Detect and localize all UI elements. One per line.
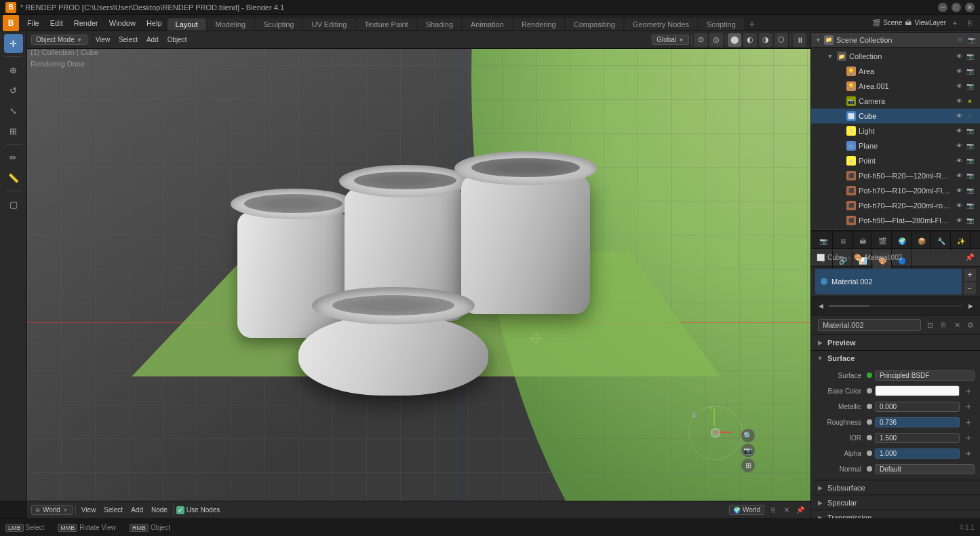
- tab-shading[interactable]: Shading: [418, 18, 461, 31]
- use-nodes-toggle[interactable]: ✓ Use Nodes: [176, 506, 220, 514]
- material-copy-icon[interactable]: ⎘: [937, 319, 949, 331]
- viewport-overlays-button[interactable]: ⊙: [694, 33, 707, 47]
- collection-render-icon[interactable]: 📷: [965, 52, 975, 61]
- plane-render-icon[interactable]: 📷: [965, 141, 975, 151]
- prop-tab-modifier[interactable]: 🔧: [932, 231, 951, 250]
- pause-render-button[interactable]: ⏸: [793, 33, 806, 47]
- pot3-visibility-icon[interactable]: 👁: [954, 201, 964, 210]
- use-nodes-checkbox[interactable]: ✓: [176, 506, 184, 514]
- scene-copy-icon[interactable]: ⎘: [964, 17, 976, 29]
- prop-tab-particles[interactable]: ✨: [952, 231, 971, 250]
- tab-animation[interactable]: Animation: [463, 18, 512, 31]
- collection-visibility-icon[interactable]: 👁: [954, 52, 964, 61]
- outliner-item-collection[interactable]: ▼ 📁 Collection 👁 📷: [811, 49, 980, 64]
- tab-compositing[interactable]: Compositing: [566, 18, 623, 31]
- outliner-item-area001[interactable]: 💡 Area.001 👁 📷: [811, 79, 980, 94]
- cube-check-icon[interactable]: ✓: [965, 111, 975, 121]
- prop-tab-scene[interactable]: 🎬: [873, 231, 892, 250]
- prop-tab-output[interactable]: 🖥: [834, 231, 852, 250]
- light-render-icon[interactable]: 📷: [965, 126, 975, 136]
- bottom-delete-icon[interactable]: ✕: [781, 504, 793, 516]
- add-cube-tool[interactable]: ▢: [4, 195, 23, 214]
- orthogonal-button[interactable]: ⊞: [741, 459, 755, 472]
- menu-render[interactable]: Render: [68, 18, 104, 28]
- material-delete-icon[interactable]: ✕: [951, 319, 963, 331]
- prop-tab-object[interactable]: 📦: [912, 231, 931, 250]
- material-name-input[interactable]: [818, 319, 921, 331]
- annotate-tool[interactable]: ✏: [4, 148, 23, 167]
- tab-rendering[interactable]: Rendering: [513, 18, 564, 31]
- normal-value[interactable]: Default: [875, 464, 975, 474]
- ior-add-button[interactable]: +: [962, 432, 975, 444]
- surface-section-header[interactable]: ▼ Surface: [811, 350, 980, 365]
- add-workspace-button[interactable]: +: [745, 17, 759, 31]
- menu-window[interactable]: Window: [104, 18, 141, 28]
- tab-geometry-nodes[interactable]: Geometry Nodes: [625, 18, 697, 31]
- viewport-shading-material[interactable]: ◐: [743, 33, 757, 47]
- point-visibility-icon[interactable]: 👁: [954, 156, 964, 166]
- outliner-item-pot3[interactable]: ⬛ Pot-h70—R20—200ml-roundedT 👁 📷: [811, 198, 980, 213]
- alpha-add-button[interactable]: +: [962, 447, 975, 459]
- maximize-button[interactable]: □: [952, 3, 961, 12]
- pot4-render-icon[interactable]: 📷: [965, 216, 975, 225]
- shader-editor-mode[interactable]: ⊕ World ▼: [31, 505, 73, 515]
- scene-name[interactable]: Scene: [883, 19, 902, 26]
- bottom-copy-icon[interactable]: ⎘: [767, 504, 779, 516]
- area-render-icon[interactable]: 📷: [965, 66, 975, 76]
- outliner-item-plane[interactable]: ▭ Plane 👁 📷: [811, 138, 980, 153]
- metallic-value[interactable]: 0.000: [875, 402, 960, 412]
- cube-visibility-icon[interactable]: 👁: [954, 111, 964, 121]
- menu-help[interactable]: Help: [141, 18, 168, 28]
- outliner-item-light[interactable]: ☀ Light 👁 📷: [811, 123, 980, 138]
- pot2-visibility-icon[interactable]: 👁: [954, 186, 964, 195]
- shader-add-menu[interactable]: Add: [128, 505, 146, 515]
- global-dropdown[interactable]: Global ▼: [652, 35, 689, 45]
- prop-tab-render[interactable]: 📷: [814, 231, 833, 250]
- outliner-item-pot4[interactable]: ⬛ Pot-h90—Flat—280ml-FlatTop 👁 📷: [811, 213, 980, 228]
- base-color-add-button[interactable]: +: [962, 385, 975, 397]
- outliner-item-camera[interactable]: 📷 Camera 👁 ■: [811, 94, 980, 109]
- remove-material-button[interactable]: −: [964, 282, 976, 294]
- outliner-item-cube[interactable]: ⬜ Cube 👁 ✓: [811, 109, 980, 123]
- world-dropdown[interactable]: 🌍 World: [729, 505, 764, 515]
- shader-select-menu[interactable]: Select: [101, 505, 125, 515]
- ior-value[interactable]: 1.500: [875, 433, 960, 443]
- area-visibility-icon[interactable]: 👁: [954, 66, 964, 76]
- camera-visibility-icon[interactable]: 👁: [954, 96, 964, 106]
- tab-uv-editing[interactable]: UV Editing: [303, 18, 355, 31]
- base-color-picker[interactable]: [875, 385, 960, 396]
- specular-section[interactable]: ▶ Specular: [811, 495, 980, 510]
- point-render-icon[interactable]: 📷: [965, 156, 975, 166]
- prop-tab-world[interactable]: 🌍: [893, 231, 912, 250]
- menu-edit[interactable]: Edit: [45, 18, 68, 28]
- viewport-shading-wireframe[interactable]: ⬡: [775, 33, 788, 47]
- object-mode-dropdown[interactable]: Object Mode ▼: [31, 35, 87, 45]
- plane-visibility-icon[interactable]: 👁: [954, 141, 964, 151]
- alpha-value[interactable]: 1.000: [875, 448, 960, 459]
- prop-tab-viewlayer[interactable]: 🏔: [853, 231, 872, 250]
- roughness-value[interactable]: 0.736: [875, 417, 960, 427]
- close-button[interactable]: ✕: [965, 3, 975, 12]
- minimize-button[interactable]: ─: [938, 3, 947, 12]
- material-slot[interactable]: Material.002: [815, 269, 962, 294]
- scale-tool[interactable]: ⤡: [4, 101, 23, 120]
- camera-active-icon[interactable]: ■: [965, 96, 975, 106]
- move-tool[interactable]: ⊕: [4, 60, 23, 79]
- add-menu[interactable]: Add: [143, 35, 162, 45]
- tab-sculpting[interactable]: Sculpting: [255, 18, 302, 31]
- bottom-pin-icon[interactable]: 📌: [794, 504, 806, 516]
- pot4-visibility-icon[interactable]: 👁: [954, 216, 964, 225]
- surface-type-dropdown[interactable]: Principled BSDF: [875, 370, 975, 381]
- pot1-visibility-icon[interactable]: 👁: [954, 171, 964, 180]
- scene-add-icon[interactable]: +: [949, 17, 961, 29]
- shader-view-menu[interactable]: View: [79, 505, 99, 515]
- shader-node-menu[interactable]: Node: [149, 505, 170, 515]
- add-material-button[interactable]: +: [964, 269, 976, 281]
- pot3-render-icon[interactable]: 📷: [965, 201, 975, 210]
- transform-tool[interactable]: ⊞: [4, 121, 23, 140]
- zoom-in-button[interactable]: 🔍: [741, 429, 755, 442]
- preview-section-header[interactable]: ▶ Preview: [811, 335, 980, 350]
- select-menu[interactable]: Select: [115, 35, 141, 45]
- pot2-render-icon[interactable]: 📷: [965, 186, 975, 195]
- breadcrumb-pin-icon[interactable]: 📌: [965, 253, 975, 262]
